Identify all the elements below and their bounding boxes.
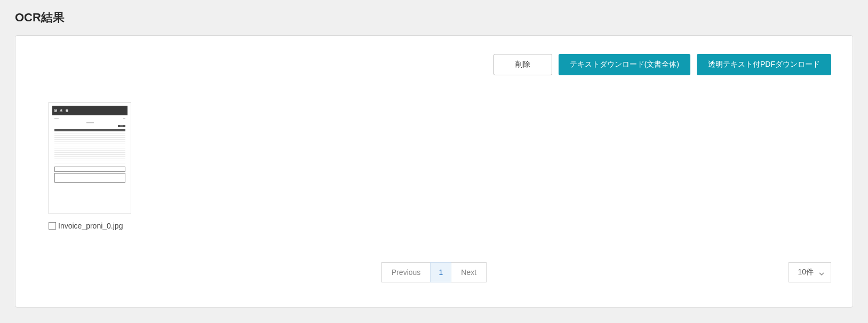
thumbnail-label-row: Invoice_proni_0.jpg (49, 222, 131, 230)
chevron-down-icon (819, 270, 824, 275)
per-page-label: 10件 (798, 267, 814, 277)
document-thumbnail[interactable]: 請 求 書 ━━━━━━ ━━━━━━━ ━━━ (49, 102, 131, 214)
ocr-results-panel: 削除 テキストダウンロード(文書全体) 透明テキスト付PDFダウンロード 請 求… (15, 35, 853, 308)
invoice-doc-title: 請 求 書 (54, 109, 69, 112)
thumbnail-grid: 請 求 書 ━━━━━━ ━━━━━━━ ━━━ (37, 102, 831, 230)
thumbnail-filename: Invoice_proni_0.jpg (58, 222, 123, 230)
pagination-row: Previous 1 Next 10件 (37, 262, 831, 282)
thumbnail-card[interactable]: 請 求 書 ━━━━━━ ━━━━━━━ ━━━ (49, 102, 131, 230)
thumbnail-checkbox[interactable] (49, 222, 56, 230)
pager: Previous 1 Next (381, 262, 487, 282)
pager-next-button[interactable]: Next (451, 262, 487, 282)
toolbar: 削除 テキストダウンロード(文書全体) 透明テキスト付PDFダウンロード (37, 54, 831, 75)
text-download-button[interactable]: テキストダウンロード(文書全体) (559, 54, 690, 75)
page-title: OCR結果 (15, 10, 853, 26)
pdf-download-button[interactable]: 透明テキスト付PDFダウンロード (697, 54, 831, 75)
invoice-preview: 請 求 書 ━━━━━━ ━━━━━━━ ━━━ (52, 106, 128, 210)
pager-previous-button[interactable]: Previous (381, 262, 431, 282)
delete-button[interactable]: 削除 (493, 54, 552, 75)
pager-page-1[interactable]: 1 (430, 262, 451, 282)
per-page-selector[interactable]: 10件 (789, 262, 831, 282)
page-header: OCR結果 (0, 0, 868, 35)
